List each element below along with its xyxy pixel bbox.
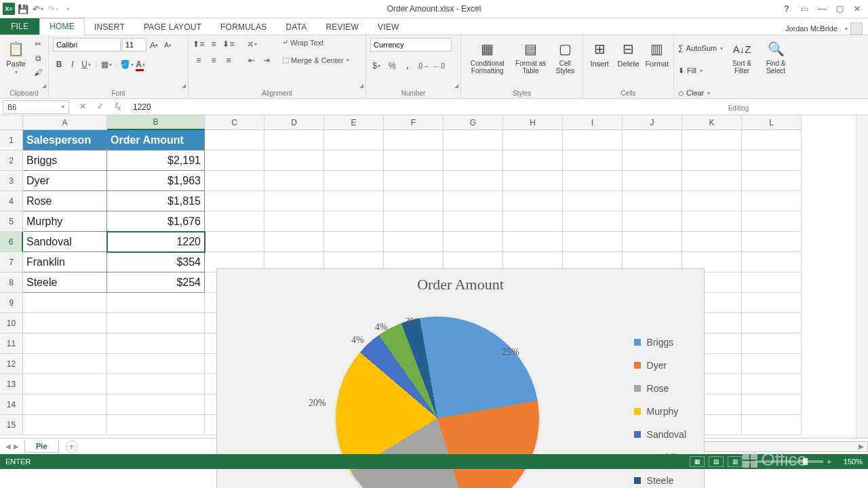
cut-icon[interactable]: ✂ [32, 38, 44, 50]
col-header[interactable]: K [682, 115, 742, 130]
cell[interactable]: $354 [107, 252, 205, 272]
cell[interactable] [742, 333, 802, 354]
cell[interactable] [503, 191, 563, 211]
col-header[interactable]: A [23, 115, 107, 130]
cell[interactable] [23, 415, 107, 435]
cell[interactable] [503, 211, 563, 232]
cell[interactable] [384, 211, 443, 232]
cell[interactable] [742, 252, 802, 272]
zoom-level[interactable]: 150% [835, 458, 863, 466]
find-select-button[interactable]: 🔍Find & Select [761, 38, 791, 76]
cell[interactable] [742, 354, 802, 374]
col-header[interactable]: B [107, 115, 205, 130]
page-layout-view-icon[interactable]: ▤ [709, 456, 724, 467]
cell[interactable] [682, 211, 742, 232]
cell[interactable] [205, 191, 264, 211]
fill-button[interactable]: ⬇Fill▾ [678, 60, 723, 81]
tab-review[interactable]: REVIEW [316, 20, 368, 35]
format-painter-icon[interactable]: 🖌 [32, 66, 44, 79]
cell[interactable] [742, 171, 802, 191]
dialog-launcher-icon[interactable]: ◢ [359, 83, 363, 89]
cell[interactable] [384, 130, 443, 150]
page-break-view-icon[interactable]: ▥ [728, 456, 743, 467]
cell[interactable] [264, 130, 324, 150]
cell[interactable]: Order Amount [107, 130, 205, 150]
decrease-decimal-icon[interactable]: ←.0 [433, 60, 445, 72]
copy-icon[interactable]: ⧉ [32, 52, 44, 64]
cell[interactable] [264, 150, 324, 171]
worksheet-grid[interactable]: ABCDEFGHIJKL 123456789101112131415 Sales… [0, 115, 868, 438]
cell[interactable] [324, 191, 384, 211]
cell[interactable] [23, 293, 107, 313]
close-icon[interactable]: ✕ [849, 2, 865, 16]
cell[interactable] [23, 313, 107, 333]
cell[interactable] [682, 130, 742, 150]
cancel-entry-icon[interactable]: ✕ [77, 102, 88, 111]
cell[interactable] [205, 130, 264, 150]
cell[interactable] [742, 313, 802, 333]
cell[interactable] [742, 394, 802, 415]
cell[interactable] [443, 130, 503, 150]
format-as-table-button[interactable]: ▤Format as Table [513, 38, 547, 76]
tab-insert[interactable]: INSERT [85, 20, 134, 35]
fx-icon[interactable]: fx [113, 101, 123, 112]
cell[interactable]: Murphy [23, 211, 107, 232]
row-headers[interactable]: 123456789101112131415 [0, 130, 23, 435]
font-size-input[interactable] [122, 38, 146, 52]
cell[interactable]: Salesperson [23, 130, 107, 150]
redo-icon[interactable]: ↷▾ [46, 2, 60, 16]
col-header[interactable]: E [324, 115, 384, 130]
row-header[interactable]: 8 [0, 272, 23, 293]
cell[interactable] [324, 211, 384, 232]
cell[interactable] [682, 232, 742, 252]
decrease-indent-icon[interactable]: ⇤ [245, 54, 258, 66]
comma-format-icon[interactable]: , [401, 60, 414, 72]
cell[interactable] [682, 191, 742, 211]
cell[interactable] [107, 354, 205, 374]
cell[interactable] [503, 232, 563, 252]
cell[interactable] [23, 374, 107, 394]
align-middle-icon[interactable]: ≡ [208, 38, 220, 50]
font-color-icon[interactable]: A▾ [134, 58, 146, 70]
tab-view[interactable]: VIEW [368, 20, 408, 35]
col-header[interactable]: H [503, 115, 563, 130]
tab-page-layout[interactable]: PAGE LAYOUT [134, 20, 211, 35]
row-header[interactable]: 12 [0, 354, 23, 374]
align-top-icon[interactable]: ⬆≡ [193, 38, 205, 50]
cell[interactable] [205, 150, 264, 171]
paste-button[interactable]: 📋 Paste▾ [4, 38, 28, 77]
tab-home[interactable]: HOME [39, 18, 85, 35]
border-icon[interactable]: ▦▾ [100, 58, 113, 70]
italic-icon[interactable]: I [66, 58, 79, 70]
sort-filter-button[interactable]: A↓ZSort & Filter [727, 38, 757, 76]
cell[interactable] [623, 130, 682, 150]
sheet-nav-next-icon[interactable]: ▶ [14, 443, 19, 450]
cell[interactable]: Rose [23, 191, 107, 211]
cell[interactable]: $1,676 [107, 211, 205, 232]
cell[interactable] [264, 171, 324, 191]
cell[interactable] [324, 232, 384, 252]
vertical-scrollbar[interactable] [856, 115, 868, 438]
cell[interactable] [623, 232, 682, 252]
align-left-icon[interactable]: ≡ [193, 54, 205, 66]
normal-view-icon[interactable]: ▦ [690, 456, 705, 467]
select-all-corner[interactable] [0, 115, 23, 130]
cell[interactable] [503, 150, 563, 171]
font-name-input[interactable] [53, 38, 121, 52]
sheet-nav-prev-icon[interactable]: ◀ [5, 443, 11, 450]
cell-styles-button[interactable]: ▢Cell Styles [552, 38, 578, 76]
cell[interactable] [107, 374, 205, 394]
qat-customize-icon[interactable]: ▾ [61, 2, 75, 16]
cell[interactable]: Franklin [23, 252, 107, 272]
confirm-entry-icon[interactable]: ✓ [95, 102, 106, 111]
cell[interactable] [264, 232, 324, 252]
cell[interactable] [107, 293, 205, 313]
clear-button[interactable]: ◇Clear▾ [678, 83, 723, 103]
undo-icon[interactable]: ↶▾ [31, 2, 45, 16]
row-header[interactable]: 2 [0, 150, 23, 171]
column-headers[interactable]: ABCDEFGHIJKL [23, 115, 802, 130]
row-header[interactable]: 14 [0, 394, 23, 415]
zoom-out-icon[interactable]: – [747, 458, 751, 466]
user-name[interactable]: Jordan McBride [785, 24, 837, 33]
cell[interactable] [563, 191, 623, 211]
